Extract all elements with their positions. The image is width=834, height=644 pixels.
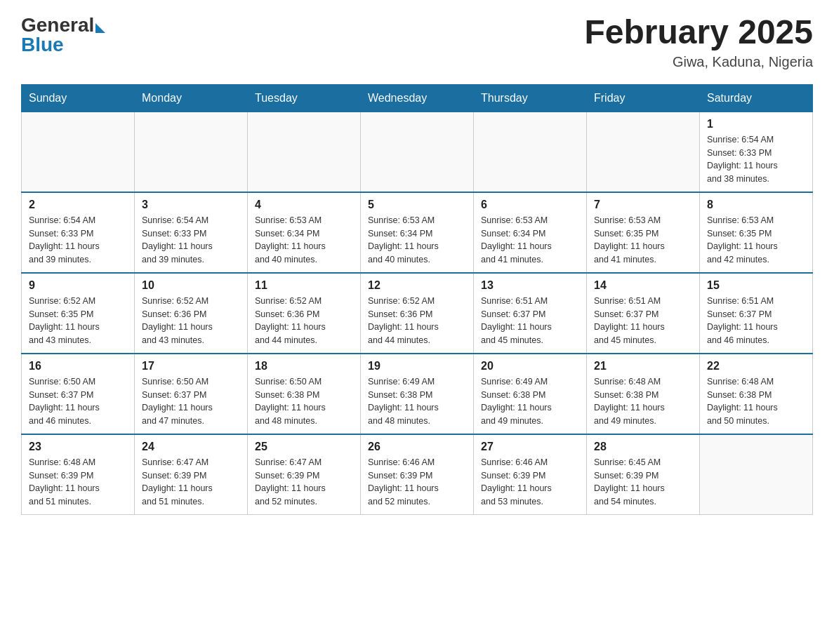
day-info: Sunrise: 6:46 AMSunset: 6:39 PMDaylight:… [481,456,579,509]
weekday-header-saturday: Saturday [700,84,813,112]
day-number: 28 [594,441,692,453]
day-info: Sunrise: 6:47 AMSunset: 6:39 PMDaylight:… [255,456,353,509]
weekday-header-sunday: Sunday [22,84,135,112]
weekday-header-row: SundayMondayTuesdayWednesdayThursdayFrid… [22,84,813,112]
calendar-cell: 27Sunrise: 6:46 AMSunset: 6:39 PMDayligh… [474,434,587,515]
day-number: 11 [255,279,353,292]
calendar-cell [700,434,813,515]
day-number: 7 [594,199,692,211]
day-info: Sunrise: 6:49 AMSunset: 6:38 PMDaylight:… [481,375,579,428]
calendar-cell [22,112,135,192]
calendar-cell [248,112,361,192]
day-number: 12 [368,279,466,292]
day-number: 25 [255,441,353,453]
day-number: 20 [481,360,579,373]
calendar-cell: 5Sunrise: 6:53 AMSunset: 6:34 PMDaylight… [361,192,474,273]
day-number: 23 [29,441,127,453]
day-info: Sunrise: 6:52 AMSunset: 6:36 PMDaylight:… [368,295,466,347]
calendar-cell: 6Sunrise: 6:53 AMSunset: 6:34 PMDaylight… [474,192,587,273]
day-number: 21 [594,360,692,373]
calendar-cell: 17Sunrise: 6:50 AMSunset: 6:37 PMDayligh… [135,354,248,434]
calendar-cell: 16Sunrise: 6:50 AMSunset: 6:37 PMDayligh… [22,354,135,434]
day-number: 10 [142,279,240,292]
day-number: 5 [368,199,466,211]
week-row-3: 16Sunrise: 6:50 AMSunset: 6:37 PMDayligh… [22,354,813,434]
calendar-cell [474,112,587,192]
title-section: February 2025 Giwa, Kaduna, Nigeria [584,14,813,70]
day-info: Sunrise: 6:52 AMSunset: 6:35 PMDaylight:… [29,295,127,347]
day-info: Sunrise: 6:51 AMSunset: 6:37 PMDaylight:… [481,295,579,347]
weekday-header-tuesday: Tuesday [248,84,361,112]
weekday-header-wednesday: Wednesday [361,84,474,112]
week-row-1: 2Sunrise: 6:54 AMSunset: 6:33 PMDaylight… [22,192,813,273]
day-number: 24 [142,441,240,453]
calendar-cell: 14Sunrise: 6:51 AMSunset: 6:37 PMDayligh… [587,273,700,354]
day-info: Sunrise: 6:53 AMSunset: 6:35 PMDaylight:… [707,214,805,267]
day-info: Sunrise: 6:53 AMSunset: 6:34 PMDaylight:… [255,214,353,267]
weekday-header-friday: Friday [587,84,700,112]
calendar-cell: 25Sunrise: 6:47 AMSunset: 6:39 PMDayligh… [248,434,361,515]
day-number: 8 [707,199,805,211]
day-info: Sunrise: 6:50 AMSunset: 6:37 PMDaylight:… [142,375,240,428]
day-info: Sunrise: 6:50 AMSunset: 6:38 PMDaylight:… [255,375,353,428]
day-number: 15 [707,279,805,292]
day-number: 2 [29,199,127,211]
day-info: Sunrise: 6:52 AMSunset: 6:36 PMDaylight:… [255,295,353,347]
day-number: 14 [594,279,692,292]
logo: General Blue [21,14,105,56]
calendar-cell: 3Sunrise: 6:54 AMSunset: 6:33 PMDaylight… [135,192,248,273]
day-info: Sunrise: 6:48 AMSunset: 6:38 PMDaylight:… [707,375,805,428]
day-info: Sunrise: 6:53 AMSunset: 6:34 PMDaylight:… [481,214,579,267]
calendar-cell: 13Sunrise: 6:51 AMSunset: 6:37 PMDayligh… [474,273,587,354]
calendar-cell: 7Sunrise: 6:53 AMSunset: 6:35 PMDaylight… [587,192,700,273]
weekday-header-monday: Monday [135,84,248,112]
calendar-cell: 1Sunrise: 6:54 AMSunset: 6:33 PMDaylight… [700,112,813,192]
calendar-cell: 11Sunrise: 6:52 AMSunset: 6:36 PMDayligh… [248,273,361,354]
calendar-cell: 18Sunrise: 6:50 AMSunset: 6:38 PMDayligh… [248,354,361,434]
calendar-cell: 2Sunrise: 6:54 AMSunset: 6:33 PMDaylight… [22,192,135,273]
day-info: Sunrise: 6:50 AMSunset: 6:37 PMDaylight:… [29,375,127,428]
logo-arrow-icon [95,23,105,33]
week-row-2: 9Sunrise: 6:52 AMSunset: 6:35 PMDaylight… [22,273,813,354]
day-number: 26 [368,441,466,453]
calendar-cell: 24Sunrise: 6:47 AMSunset: 6:39 PMDayligh… [135,434,248,515]
calendar-table: SundayMondayTuesdayWednesdayThursdayFrid… [21,84,813,515]
day-info: Sunrise: 6:51 AMSunset: 6:37 PMDaylight:… [707,295,805,347]
day-number: 6 [481,199,579,211]
calendar-cell: 26Sunrise: 6:46 AMSunset: 6:39 PMDayligh… [361,434,474,515]
location-title: Giwa, Kaduna, Nigeria [584,54,813,70]
weekday-header-thursday: Thursday [474,84,587,112]
week-row-4: 23Sunrise: 6:48 AMSunset: 6:39 PMDayligh… [22,434,813,515]
calendar-cell: 23Sunrise: 6:48 AMSunset: 6:39 PMDayligh… [22,434,135,515]
calendar-cell [361,112,474,192]
calendar-cell: 8Sunrise: 6:53 AMSunset: 6:35 PMDaylight… [700,192,813,273]
day-number: 22 [707,360,805,373]
day-info: Sunrise: 6:54 AMSunset: 6:33 PMDaylight:… [29,214,127,267]
day-number: 27 [481,441,579,453]
day-number: 9 [29,279,127,292]
calendar-cell: 9Sunrise: 6:52 AMSunset: 6:35 PMDaylight… [22,273,135,354]
day-info: Sunrise: 6:48 AMSunset: 6:38 PMDaylight:… [594,375,692,428]
calendar-cell: 28Sunrise: 6:45 AMSunset: 6:39 PMDayligh… [587,434,700,515]
page-header: General Blue February 2025 Giwa, Kaduna,… [21,14,813,70]
day-info: Sunrise: 6:54 AMSunset: 6:33 PMDaylight:… [142,214,240,267]
calendar-cell: 19Sunrise: 6:49 AMSunset: 6:38 PMDayligh… [361,354,474,434]
calendar-cell [135,112,248,192]
day-number: 13 [481,279,579,292]
calendar-cell: 21Sunrise: 6:48 AMSunset: 6:38 PMDayligh… [587,354,700,434]
day-number: 1 [707,118,805,130]
day-number: 17 [142,360,240,373]
calendar-cell: 4Sunrise: 6:53 AMSunset: 6:34 PMDaylight… [248,192,361,273]
day-number: 16 [29,360,127,373]
day-info: Sunrise: 6:46 AMSunset: 6:39 PMDaylight:… [368,456,466,509]
day-info: Sunrise: 6:48 AMSunset: 6:39 PMDaylight:… [29,456,127,509]
calendar-cell: 15Sunrise: 6:51 AMSunset: 6:37 PMDayligh… [700,273,813,354]
day-number: 4 [255,199,353,211]
day-info: Sunrise: 6:53 AMSunset: 6:34 PMDaylight:… [368,214,466,267]
day-info: Sunrise: 6:45 AMSunset: 6:39 PMDaylight:… [594,456,692,509]
week-row-0: 1Sunrise: 6:54 AMSunset: 6:33 PMDaylight… [22,112,813,192]
month-title: February 2025 [584,14,813,51]
calendar-cell: 12Sunrise: 6:52 AMSunset: 6:36 PMDayligh… [361,273,474,354]
calendar-cell: 10Sunrise: 6:52 AMSunset: 6:36 PMDayligh… [135,273,248,354]
day-info: Sunrise: 6:52 AMSunset: 6:36 PMDaylight:… [142,295,240,347]
